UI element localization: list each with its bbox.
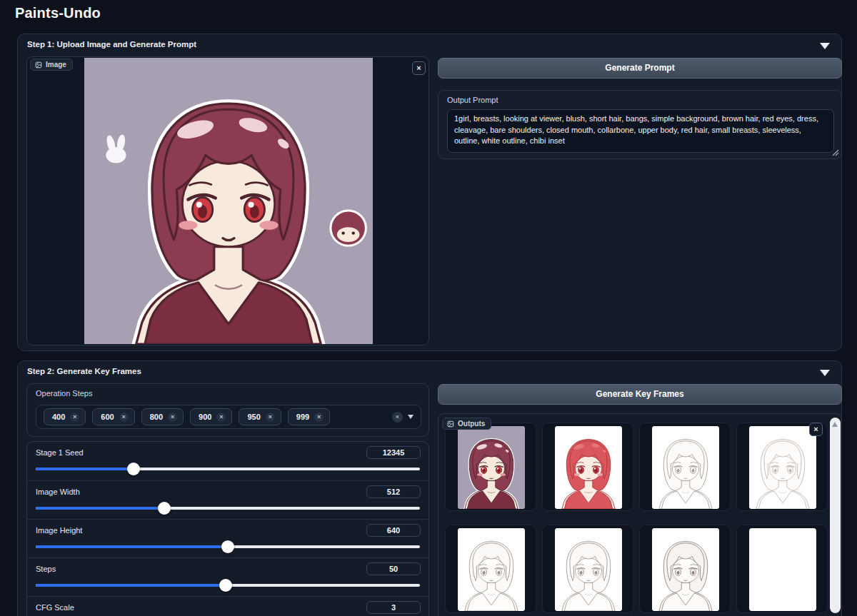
gallery-scrollbar[interactable]: [830, 418, 841, 613]
slider-row: CFG Scale3: [27, 596, 428, 616]
gallery-thumbnail[interactable]: [542, 423, 633, 511]
outputs-gallery-label: Outputs: [458, 420, 485, 428]
operation-step-chip[interactable]: 999×: [288, 408, 330, 425]
clear-gallery-button[interactable]: ×: [809, 423, 823, 436]
operation-step-value: 999: [296, 413, 309, 421]
outputs-gallery-tag: Outputs: [442, 418, 491, 430]
sliders-group: Stage 1 Seed12345Image Width512Image Hei…: [26, 441, 429, 616]
chibi-inset: [329, 210, 367, 247]
output-prompt-label: Output Prompt: [447, 96, 498, 104]
generate-prompt-button[interactable]: Generate Prompt: [438, 58, 842, 79]
operation-steps-label: Operation Steps: [36, 389, 93, 398]
chip-remove-icon[interactable]: ×: [216, 413, 226, 422]
slider-label: Steps: [36, 565, 56, 573]
step2-accordion-header[interactable]: Step 2: Generate Key Frames: [27, 367, 141, 375]
slider-value-input[interactable]: 3: [366, 601, 421, 614]
input-image-component: Image ×: [26, 56, 429, 345]
accordion-caret-icon[interactable]: [820, 43, 830, 49]
thumbnail-image: [652, 426, 719, 509]
chip-remove-icon[interactable]: ×: [314, 413, 324, 422]
slider-track[interactable]: [36, 584, 420, 587]
operation-step-chip[interactable]: 400×: [44, 408, 86, 425]
slider-value-input[interactable]: 50: [366, 562, 421, 575]
operation-step-value: 800: [150, 413, 163, 421]
slider-handle[interactable]: [219, 579, 232, 592]
thumbnail-image: [458, 426, 525, 509]
slider-value-input[interactable]: 640: [366, 524, 421, 537]
resize-handle-icon[interactable]: [832, 149, 839, 156]
image-component-tag: Image: [30, 59, 73, 71]
image-icon: [35, 61, 42, 69]
slider-row: Image Width512: [27, 480, 428, 519]
chip-remove-icon[interactable]: ×: [266, 413, 275, 422]
operation-step-chip[interactable]: 600×: [92, 408, 134, 425]
slider-value-input[interactable]: 512: [366, 485, 421, 498]
outputs-gallery: Outputs ×: [438, 413, 842, 616]
gallery-thumbnail[interactable]: [542, 525, 633, 613]
chip-remove-icon[interactable]: ×: [168, 413, 177, 422]
dropdown-caret-icon[interactable]: [408, 415, 414, 419]
operation-step-chip[interactable]: 950×: [239, 408, 281, 425]
slider-label: CFG Scale: [36, 603, 74, 612]
input-image[interactable]: [84, 58, 373, 344]
slider-row: Steps50: [27, 557, 428, 596]
slider-handle[interactable]: [127, 463, 140, 475]
clear-all-tokens-icon[interactable]: ×: [392, 412, 403, 423]
image-component-label: Image: [46, 61, 66, 69]
operation-step-value: 900: [199, 413, 211, 421]
thumbnail-image: [555, 528, 622, 611]
slider-track[interactable]: [36, 468, 420, 470]
operation-steps-dropdown[interactable]: 400×600×800×900×950×999× ×: [36, 405, 421, 429]
thumbnail-image: [749, 426, 816, 509]
slider-label: Stage 1 Seed: [36, 448, 84, 457]
slider-row: Stage 1 Seed12345: [27, 442, 428, 480]
output-prompt-textarea[interactable]: 1girl, breasts, looking at viewer, blush…: [447, 109, 834, 153]
step1-accordion-header[interactable]: Step 1: Upload Image and Generate Prompt: [27, 40, 196, 49]
generate-key-frames-button[interactable]: Generate Key Frames: [438, 384, 842, 405]
operation-step-value: 950: [247, 413, 260, 421]
gallery-thumbnail[interactable]: [639, 423, 731, 511]
slider-track[interactable]: [36, 507, 420, 510]
step1-accordion: Step 1: Upload Image and Generate Prompt…: [17, 34, 842, 351]
chip-remove-icon[interactable]: ×: [119, 413, 129, 422]
slider-track[interactable]: [36, 545, 420, 548]
operation-step-value: 600: [101, 413, 114, 421]
output-prompt-block: Output Prompt 1girl, breasts, looking at…: [438, 90, 842, 159]
thumbnail-image: [555, 426, 622, 509]
gallery-thumbnail[interactable]: [445, 423, 536, 511]
slider-label: Image Width: [36, 488, 80, 496]
gallery-thumbnail[interactable]: [445, 525, 536, 613]
gallery-thumbnail[interactable]: [736, 525, 828, 613]
operation-step-chip[interactable]: 800×: [141, 408, 184, 425]
gallery-thumbnail[interactable]: [639, 525, 731, 613]
operation-step-chip[interactable]: 900×: [190, 408, 232, 425]
thumbnail-image: [652, 528, 719, 611]
clear-image-button[interactable]: ×: [412, 61, 426, 75]
page-title: Paints-Undo: [15, 5, 101, 21]
slider-label: Image Height: [36, 526, 82, 535]
step2-accordion: Step 2: Generate Key Frames Operation St…: [17, 360, 842, 616]
slider-handle[interactable]: [221, 540, 234, 553]
slider-row: Image Height640: [27, 519, 428, 557]
gallery-icon: [447, 420, 454, 428]
operation-steps-block: Operation Steps 400×600×800×900×950×999×…: [26, 383, 429, 437]
accordion-caret-icon[interactable]: [820, 370, 830, 376]
thumbnail-image: [458, 528, 525, 611]
slider-value-input[interactable]: 12345: [366, 446, 421, 459]
operation-step-value: 400: [52, 413, 65, 421]
scroll-up-icon[interactable]: [832, 422, 838, 427]
thumbnail-image: [749, 528, 816, 611]
slider-handle[interactable]: [158, 502, 171, 515]
chip-remove-icon[interactable]: ×: [70, 413, 79, 422]
